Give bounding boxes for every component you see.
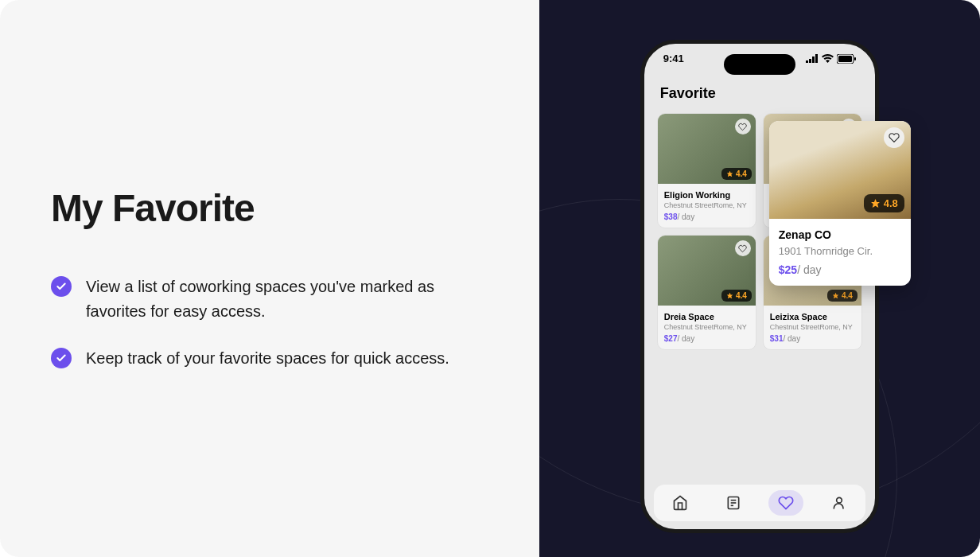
heart-icon[interactable] xyxy=(735,119,751,134)
card-title: Leizixa Space xyxy=(770,312,855,321)
price-value: $25 xyxy=(779,263,797,276)
heart-icon[interactable] xyxy=(884,127,904,148)
card-price: $38/ day xyxy=(664,212,749,221)
card-subtitle: Chestnut StreetRome, NY xyxy=(664,323,749,331)
nav-home[interactable] xyxy=(663,490,698,516)
price-unit: / day xyxy=(797,263,821,276)
home-icon xyxy=(672,495,688,511)
feature-item: Keep track of your favorite spaces for q… xyxy=(51,346,488,371)
wifi-icon xyxy=(822,54,834,63)
rating-value: 4.8 xyxy=(884,197,898,209)
rating-value: 4.4 xyxy=(736,291,747,300)
right-preview: 9:41 Favorite 4.4 xyxy=(539,0,980,557)
status-icons xyxy=(806,53,856,64)
card-image: 4.4 xyxy=(658,114,756,184)
popup-image: 4.8 xyxy=(769,121,911,219)
svg-rect-5 xyxy=(838,56,852,62)
space-card[interactable]: 4.4 Dreia Space Chestnut StreetRome, NY … xyxy=(657,235,756,350)
svg-marker-16 xyxy=(871,199,880,208)
card-price: $31/ day xyxy=(770,334,855,343)
status-time: 9:41 xyxy=(663,53,684,64)
featured-popup-card[interactable]: 4.8 Zenap CO 1901 Thornridge Cir. $25/ d… xyxy=(769,121,911,286)
star-icon xyxy=(726,170,733,177)
signal-icon xyxy=(806,54,819,63)
feature-text: Keep track of your favorite spaces for q… xyxy=(86,346,449,371)
popup-body: Zenap CO 1901 Thornridge Cir. $25/ day xyxy=(769,219,911,286)
bottom-nav xyxy=(654,485,865,521)
svg-rect-2 xyxy=(812,56,815,63)
svg-rect-1 xyxy=(809,59,811,63)
heart-icon xyxy=(778,495,794,511)
feature-text: View a list of coworking spaces you've m… xyxy=(86,275,452,324)
svg-rect-0 xyxy=(806,60,808,63)
battery-icon xyxy=(837,54,856,64)
section-heading: My Favorite xyxy=(51,186,488,230)
rating-badge: 4.4 xyxy=(721,290,752,302)
left-content: My Favorite View a list of coworking spa… xyxy=(0,0,539,557)
feature-list: View a list of coworking spaces you've m… xyxy=(51,275,488,371)
star-icon xyxy=(870,198,881,208)
card-image: 4.4 xyxy=(658,236,756,306)
card-body: Dreia Space Chestnut StreetRome, NY $27/… xyxy=(658,306,756,349)
popup-subtitle: 1901 Thornridge Cir. xyxy=(779,245,901,257)
rating-badge: 4.4 xyxy=(827,290,858,302)
heart-icon[interactable] xyxy=(735,240,751,256)
price-value: $31 xyxy=(770,334,784,343)
svg-marker-7 xyxy=(727,171,733,177)
price-unit: / day xyxy=(677,334,694,343)
svg-marker-9 xyxy=(727,293,733,299)
svg-rect-3 xyxy=(815,54,818,63)
card-title: Eligion Working xyxy=(664,190,749,200)
feature-item: View a list of coworking spaces you've m… xyxy=(51,275,488,324)
nav-bookings[interactable] xyxy=(716,490,751,516)
card-title: Dreia Space xyxy=(664,312,749,321)
svg-marker-10 xyxy=(833,293,839,299)
popup-title: Zenap CO xyxy=(779,228,901,241)
phone-notch xyxy=(724,54,795,75)
price-value: $38 xyxy=(664,212,678,221)
card-body: Eligion Working Chestnut StreetRome, NY … xyxy=(658,184,756,228)
user-icon xyxy=(831,495,847,511)
card-subtitle: Chestnut StreetRome, NY xyxy=(770,323,855,331)
card-subtitle: Chestnut StreetRome, NY xyxy=(664,201,749,209)
price-value: $27 xyxy=(664,334,678,343)
rating-badge: 4.4 xyxy=(721,168,752,180)
marketing-section: My Favorite View a list of coworking spa… xyxy=(0,0,980,557)
phone-frame: 9:41 Favorite 4.4 xyxy=(640,40,879,533)
phone-mockup: 9:41 Favorite 4.4 xyxy=(640,40,879,533)
list-icon xyxy=(725,495,741,511)
star-icon xyxy=(726,292,733,299)
popup-price: $25/ day xyxy=(779,263,901,276)
check-icon xyxy=(51,276,72,297)
svg-rect-6 xyxy=(854,57,856,60)
price-unit: / day xyxy=(783,334,800,343)
rating-value: 4.4 xyxy=(842,291,853,300)
star-icon xyxy=(832,292,839,299)
nav-favorites[interactable] xyxy=(768,490,803,516)
nav-profile[interactable] xyxy=(822,490,857,516)
page-title: Favorite xyxy=(660,85,859,102)
space-card[interactable]: 4.4 Eligion Working Chestnut StreetRome,… xyxy=(657,113,756,228)
card-price: $27/ day xyxy=(664,334,749,343)
svg-point-15 xyxy=(836,497,842,503)
check-icon xyxy=(51,348,72,368)
card-body: Leizixa Space Chestnut StreetRome, NY $3… xyxy=(764,306,861,349)
price-unit: / day xyxy=(677,212,694,221)
rating-badge: 4.8 xyxy=(864,194,904,212)
rating-value: 4.4 xyxy=(736,169,747,178)
